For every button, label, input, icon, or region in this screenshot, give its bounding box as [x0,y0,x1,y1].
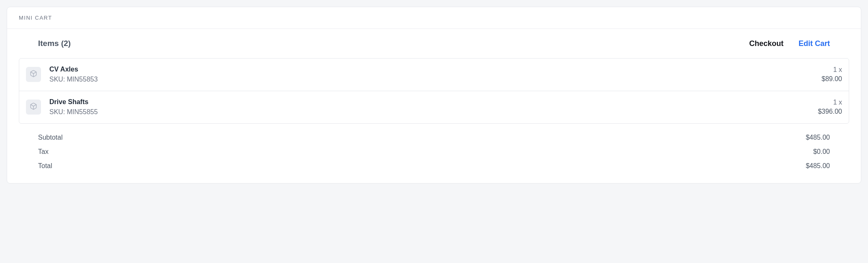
header-actions: Checkout Edit Cart [749,39,830,48]
tax-label: Tax [38,148,49,156]
subtotal-value: $485.00 [806,134,830,141]
tax-value: $0.00 [813,148,830,156]
product-thumbnail [26,100,41,115]
cart-item-row: CV Axles SKU: MIN55853 1 x $89.00 [19,59,849,91]
item-price: $89.00 [822,74,842,84]
summary-total-row: Total $485.00 [38,159,830,173]
item-info: CV Axles SKU: MIN55853 [49,66,813,83]
items-count-label: Items (2) [38,39,71,48]
item-quantity: 1 x [818,98,842,107]
cart-items-list: CV Axles SKU: MIN55853 1 x $89.00 [19,58,849,124]
summary-tax-row: Tax $0.00 [38,145,830,159]
total-label: Total [38,162,52,170]
summary-subtotal-row: Subtotal $485.00 [38,130,830,145]
mini-cart-card: Mini cart Items (2) Checkout Edit Cart [7,7,861,184]
total-value: $485.00 [806,162,830,170]
edit-cart-link[interactable]: Edit Cart [799,39,830,48]
item-info: Drive Shafts SKU: MIN55855 [49,98,809,116]
card-title: Mini cart [7,7,861,29]
item-sku: SKU: MIN55855 [49,108,809,116]
item-quantity: 1 x [822,65,842,74]
item-right: 1 x $396.00 [818,98,842,117]
item-name: CV Axles [49,66,813,73]
cart-header: Items (2) Checkout Edit Cart [19,36,849,58]
card-body: Items (2) Checkout Edit Cart [7,29,861,183]
item-right: 1 x $89.00 [822,65,842,84]
product-thumbnail [26,67,41,82]
subtotal-label: Subtotal [38,134,63,141]
item-price: $396.00 [818,107,842,116]
checkout-link[interactable]: Checkout [749,39,784,48]
item-sku: SKU: MIN55853 [49,76,813,83]
item-name: Drive Shafts [49,98,809,106]
cart-summary: Subtotal $485.00 Tax $0.00 Total $485.00 [19,124,849,173]
package-icon [30,70,37,79]
cart-item-row: Drive Shafts SKU: MIN55855 1 x $396.00 [19,91,849,123]
package-icon [30,102,37,112]
